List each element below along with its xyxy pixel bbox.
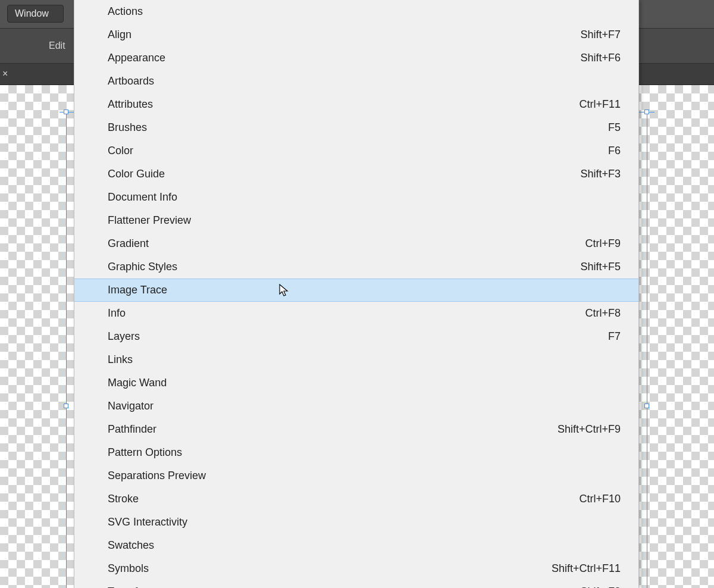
menu-item-shortcut: Shift+F3 bbox=[580, 168, 621, 180]
window-menu-dropdown: ActionsAlignShift+F7AppearanceShift+F6Ar… bbox=[74, 0, 639, 588]
menu-item-brushes[interactable]: BrushesF5 bbox=[74, 116, 638, 139]
menu-item-label: Layers bbox=[108, 330, 140, 343]
menu-item-shortcut: Shift+F7 bbox=[580, 29, 621, 41]
menu-item-label: Color bbox=[108, 145, 133, 157]
menu-item-label: Image Trace bbox=[108, 284, 167, 296]
menu-item-label: Swatches bbox=[108, 539, 154, 552]
menu-item-label: Pathfinder bbox=[108, 423, 156, 436]
selection-edge-right bbox=[647, 112, 647, 588]
menu-item-image-trace[interactable]: Image Trace bbox=[74, 279, 638, 302]
menu-item-label: Align bbox=[108, 29, 131, 41]
menu-item-label: Pattern Options bbox=[108, 446, 182, 459]
menu-item-label: Appearance bbox=[108, 52, 165, 64]
menu-item-label: Graphic Styles bbox=[108, 261, 177, 273]
menu-item-label: Document Info bbox=[108, 191, 177, 204]
menu-item-shortcut: Ctrl+F10 bbox=[579, 493, 621, 505]
menu-item-swatches[interactable]: Swatches bbox=[74, 534, 638, 557]
menu-item-magic-wand[interactable]: Magic Wand bbox=[74, 371, 638, 395]
menu-item-shortcut: Ctrl+F11 bbox=[579, 98, 621, 111]
menu-item-label: SVG Interactivity bbox=[108, 516, 187, 528]
menu-item-color-guide[interactable]: Color GuideShift+F3 bbox=[74, 162, 638, 186]
selection-edge-left bbox=[66, 112, 67, 588]
menu-item-navigator[interactable]: Navigator bbox=[74, 395, 638, 418]
menu-item-label: Attributes bbox=[108, 98, 153, 111]
menu-item-appearance[interactable]: AppearanceShift+F6 bbox=[74, 46, 638, 70]
menu-item-actions[interactable]: Actions bbox=[74, 0, 638, 23]
partial-label-edit: Edit bbox=[49, 40, 65, 51]
menu-item-shortcut: Ctrl+F9 bbox=[585, 237, 621, 250]
menu-item-separations-preview[interactable]: Separations Preview bbox=[74, 464, 638, 487]
menu-item-stroke[interactable]: StrokeCtrl+F10 bbox=[74, 487, 638, 511]
tab-close-icon[interactable]: × bbox=[2, 68, 8, 79]
menu-item-label: Flattener Preview bbox=[108, 214, 191, 227]
selection-handle-mr[interactable] bbox=[644, 404, 649, 408]
menu-item-color[interactable]: ColorF6 bbox=[74, 139, 638, 162]
menu-item-shortcut: F7 bbox=[608, 330, 621, 343]
menu-item-pathfinder[interactable]: PathfinderShift+Ctrl+F9 bbox=[74, 418, 638, 441]
menu-item-pattern-options[interactable]: Pattern Options bbox=[74, 441, 638, 464]
menu-item-graphic-styles[interactable]: Graphic StylesShift+F5 bbox=[74, 255, 638, 279]
menu-item-label: Brushes bbox=[108, 121, 147, 134]
menu-item-label: Transform bbox=[108, 586, 156, 588]
selection-handle-tr[interactable] bbox=[644, 110, 649, 114]
menu-item-label: Gradient bbox=[108, 237, 149, 250]
menu-item-shortcut: Shift+F8 bbox=[580, 586, 621, 588]
menu-item-shortcut: Shift+Ctrl+F9 bbox=[558, 423, 621, 436]
menu-item-shortcut: Shift+F5 bbox=[580, 261, 621, 273]
menu-item-shortcut: F6 bbox=[608, 145, 621, 157]
menu-item-label: Artboards bbox=[108, 75, 154, 87]
menu-item-svg-interactivity[interactable]: SVG Interactivity bbox=[74, 511, 638, 534]
menu-item-flattener-preview[interactable]: Flattener Preview bbox=[74, 209, 638, 232]
menu-item-links[interactable]: Links bbox=[74, 348, 638, 371]
menu-item-info[interactable]: InfoCtrl+F8 bbox=[74, 302, 638, 325]
menu-item-label: Actions bbox=[108, 5, 143, 18]
menu-item-artboards[interactable]: Artboards bbox=[74, 70, 638, 93]
menu-item-shortcut: Shift+F6 bbox=[580, 52, 621, 64]
menu-item-transform[interactable]: TransformShift+F8 bbox=[74, 580, 638, 588]
menu-item-label: Symbols bbox=[108, 562, 149, 575]
selection-handle-tl[interactable] bbox=[64, 110, 68, 114]
menu-item-shortcut: F5 bbox=[608, 121, 621, 134]
menu-item-gradient[interactable]: GradientCtrl+F9 bbox=[74, 232, 638, 255]
menu-item-attributes[interactable]: AttributesCtrl+F11 bbox=[74, 93, 638, 116]
menu-item-label: Color Guide bbox=[108, 168, 165, 180]
menu-item-align[interactable]: AlignShift+F7 bbox=[74, 23, 638, 46]
menu-item-document-info[interactable]: Document Info bbox=[74, 186, 638, 209]
selection-handle-ml[interactable] bbox=[64, 404, 68, 408]
window-menu-button[interactable]: Window bbox=[7, 5, 64, 23]
menu-item-label: Info bbox=[108, 307, 126, 320]
menu-item-label: Links bbox=[108, 354, 133, 366]
menu-item-shortcut: Ctrl+F8 bbox=[585, 307, 621, 320]
menu-item-symbols[interactable]: SymbolsShift+Ctrl+F11 bbox=[74, 557, 638, 580]
menu-item-label: Separations Preview bbox=[108, 470, 206, 482]
menu-item-label: Magic Wand bbox=[108, 377, 167, 389]
menu-item-label: Stroke bbox=[108, 493, 139, 505]
menu-item-shortcut: Shift+Ctrl+F11 bbox=[552, 562, 621, 575]
menu-item-label: Navigator bbox=[108, 400, 154, 412]
menu-item-layers[interactable]: LayersF7 bbox=[74, 325, 638, 348]
